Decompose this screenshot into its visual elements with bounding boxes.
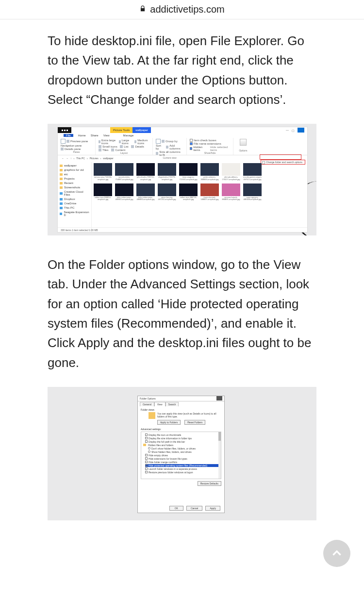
advanced-option[interactable]: Launch folder windows in a separate proc… [145,467,220,470]
restore-defaults-button[interactable]: Restore Defaults [198,481,221,486]
options-icon[interactable] [240,139,247,146]
sidebar-item[interactable]: etc [60,173,89,176]
tab-general[interactable]: General [140,402,154,406]
advanced-option[interactable]: Hide empty drives [145,454,220,457]
checkbox-icon [145,440,148,443]
advanced-option[interactable]: Hide folder merge conflicts [145,461,220,464]
layout-extra-large[interactable]: Extra large icons [101,139,116,145]
thumbnail[interactable]: ricardo-gomez-angel-497922-unsplash.jpg [243,163,262,181]
thumbnail-image [179,183,198,196]
thumbnail[interactable]: felix-mittermeier-489890-unsplash.jpg [136,183,155,201]
thumbnail[interactable]: simone-hutsch-890891-unsplash.jpg [222,183,240,201]
folder-icon [149,412,155,419]
layout-list[interactable]: List [124,145,128,148]
advanced-option[interactable]: Display the full path in the title bar [145,440,220,443]
sidebar-item[interactable]: This PC [60,206,89,209]
sidebar-item[interactable]: OneDrive [60,202,89,205]
thumbnail[interactable]: shyjal-raku-710279-unsplash.jpg [158,163,176,181]
ribbon-tab-view[interactable]: View [103,134,110,137]
sidebar-item[interactable]: Screenshots [60,186,89,189]
advanced-option[interactable]: Restore previous folder windows at logon [145,471,220,474]
apply-to-folders-button[interactable]: Apply to Folders [157,420,181,425]
contextual-tab-label: Picture Tools [110,127,132,133]
thumbnail-grid[interactable]: roman-rana-714134-unsplash.jpgsara-kuren… [92,162,307,232]
size-all-columns[interactable]: Size all columns to fit [159,150,183,156]
hide-selected-items[interactable]: Hide selected items [210,146,230,151]
add-columns[interactable]: Add columns [169,144,183,150]
advanced-option[interactable]: Hide protected operating system files (R… [145,464,220,467]
sort-by[interactable]: Sort by [156,144,164,150]
advanced-option[interactable]: Don't show hidden files, folders, or dri… [148,447,220,450]
thumbnail-label: steve-harvey-497232-unsplash.jpg [158,197,176,201]
sidebar-item[interactable]: Recent [60,182,89,184]
ribbon-group-options[interactable]: Options [233,138,253,155]
advanced-option[interactable]: Show hidden files, folders, and drives [148,450,220,453]
thumbnail-label: xuan-nguyen-489108-unsplash.jpg [243,197,262,201]
advanced-option[interactable]: Hidden files and folders [143,444,220,447]
advanced-option[interactable]: Hide extensions for known file types [145,457,220,460]
layout-details[interactable]: Details [135,145,144,148]
cancel-button[interactable]: Cancel [186,506,203,511]
sidebar-item[interactable]: Projects [60,177,89,180]
thumbnail[interactable]: ahmad-odhean-273227-unsplash.jpg [222,163,240,181]
radio-icon [148,447,150,450]
thumbnail[interactable]: sara-kurento-714087-unsplash.jpg [115,163,133,181]
ribbon-tab-manage[interactable]: Manage [123,134,134,137]
sidebar-item[interactable]: Dropbox [60,198,89,200]
sidebar-item[interactable]: graphics for vid [60,168,89,171]
file-name-extensions[interactable]: File name extensions [194,142,221,145]
advanced-option[interactable]: Display file icon on thumbnails [145,433,220,436]
thumbnail[interactable]: felix-mittermeier-489962-unsplash.jpg [115,183,133,201]
folder-icon [143,444,146,446]
tab-view[interactable]: View [154,402,165,406]
sidebar-item[interactable]: Creative Cloud Files [60,190,89,196]
quick-access-toolbar [58,127,71,133]
advanced-option-label: Display file size information in folder … [149,437,192,440]
thumbnail-image [200,183,219,196]
apply-button[interactable]: Apply [205,506,220,511]
hidden-items[interactable]: Hidden items [193,146,206,151]
ribbon-tab-file[interactable]: File [64,134,73,137]
thumbnail[interactable]: xuan-nguyen-489108-unsplash.jpg [243,183,262,201]
layout-medium[interactable]: Medium icons [137,139,149,145]
tab-search[interactable]: Search [165,402,179,406]
sidebar-item-label: Creative Cloud Files [64,190,89,196]
thumbnail[interactable]: frame-harirak-508007-unsplash.jpg [200,183,219,201]
scrollbar[interactable] [218,432,221,479]
layout-large[interactable]: Large icons [122,139,132,145]
close-icon[interactable] [216,396,222,400]
thumbnail[interactable]: roman-rana-714134-unsplash.jpg [94,163,112,181]
thumbnail[interactable]: john-fowler-708724-unsplash.jpg [136,163,155,181]
thumbnail[interactable]: zoltan-tasi-488713-unsplash.jpg [179,183,198,201]
sidebar-item[interactable]: wallpaper [60,164,89,167]
thumbnail-image [158,183,176,196]
nav-up-icon[interactable]: ↑ [70,157,72,160]
sidebar-item[interactable]: Seagate Expansion D [60,211,89,217]
advanced-settings-list[interactable]: Display file icon on thumbnailsDisplay f… [141,432,221,479]
nav-forward-icon[interactable]: → [66,157,68,160]
advanced-option-label: Show hidden files, folders, and drives [151,450,192,453]
thumbnail-image [179,163,198,176]
thumbnail[interactable]: timor-wagner-711932-unsplash.jpg [179,163,198,181]
ok-button[interactable]: OK [169,506,183,511]
maximize-icon: ▢ [292,129,295,132]
advanced-option[interactable]: Display file size information in folder … [145,437,220,440]
advanced-option-label: Don't show hidden files, folders, or dri… [151,447,196,450]
ribbon-tab-home[interactable]: Home [78,134,86,137]
ribbon-tab-share[interactable]: Share [91,134,99,137]
sidebar-item-label: Dropbox [64,198,75,200]
thumbnail[interactable]: peter-oslanec-333000-unsplash.jpg [200,163,219,181]
sidebar[interactable]: wallpapergraphics for videtcProjectsRece… [58,162,92,232]
nav-back-icon[interactable]: ← [62,157,64,160]
layout-small[interactable]: Small icons [102,145,117,148]
sidebar-item-label: Seagate Expansion D [64,211,89,217]
reset-folders-button[interactable]: Reset Folders [184,420,205,425]
advanced-option-label: Restore previous folder windows at logon [149,471,193,474]
preview-pane-button[interactable]: Preview pane [66,140,88,143]
thumbnail[interactable]: zoltan-tasi-690054-unsplash.jpg [94,183,112,201]
item-check-boxes[interactable]: Item check boxes [194,139,216,142]
thumbnail-image [243,183,262,196]
group-by[interactable]: Group by [165,140,178,143]
thumbnail[interactable]: steve-harvey-497232-unsplash.jpg [158,183,176,201]
navigation-pane-button[interactable]: Navigation pane [61,144,92,147]
